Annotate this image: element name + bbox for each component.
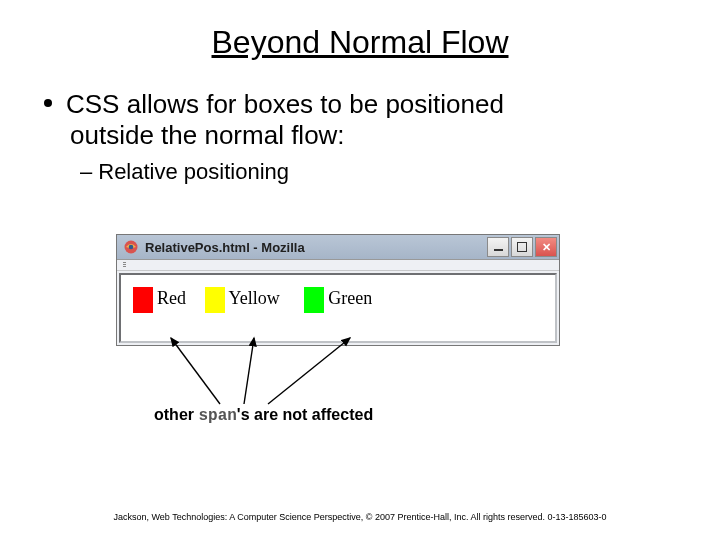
mozilla-app-icon [123,239,139,255]
bullet-dot-icon [44,99,52,107]
maximize-icon [517,242,527,252]
bullet-text-line1: CSS allows for boxes to be positioned [66,89,504,119]
svg-line-2 [171,338,220,404]
red-swatch [133,287,153,313]
close-icon: ✕ [542,241,551,254]
bullet-sub-text: Relative positioning [98,159,289,184]
footer-copyright: Jackson, Web Technologies: A Computer Sc… [0,512,720,522]
red-label: Red [157,288,186,309]
yellow-label: Yellow [229,288,280,309]
browser-window: RelativePos.html - Mozilla ✕ Red Yellow … [116,234,560,346]
menubar [117,260,559,271]
toolbar-handle-icon [123,262,126,268]
green-swatch [304,287,324,313]
svg-line-3 [244,338,254,404]
window-buttons: ✕ [487,237,557,257]
bullet-level2: –Relative positioning [80,159,720,185]
bullet-text-line2: outside the normal flow: [70,120,345,150]
caption-suffix: 's are not affected [237,406,373,423]
svg-line-4 [268,338,350,404]
page-content: Red Yellow Green [119,273,557,343]
slide-title: Beyond Normal Flow [0,0,720,61]
yellow-swatch [205,287,225,313]
caption-prefix: other [154,406,198,423]
minimize-button[interactable] [487,237,509,257]
dash-icon: – [80,159,92,184]
bullet-level1: CSS allows for boxes to be positioned ou… [44,89,720,151]
minimize-icon [494,249,503,251]
maximize-button[interactable] [511,237,533,257]
caption: other span's are not affected [154,406,373,425]
svg-point-1 [129,245,134,250]
green-label: Green [328,288,372,309]
titlebar: RelativePos.html - Mozilla ✕ [117,235,559,260]
window-title: RelativePos.html - Mozilla [145,240,487,255]
close-button[interactable]: ✕ [535,237,557,257]
caption-code: span [198,407,236,425]
